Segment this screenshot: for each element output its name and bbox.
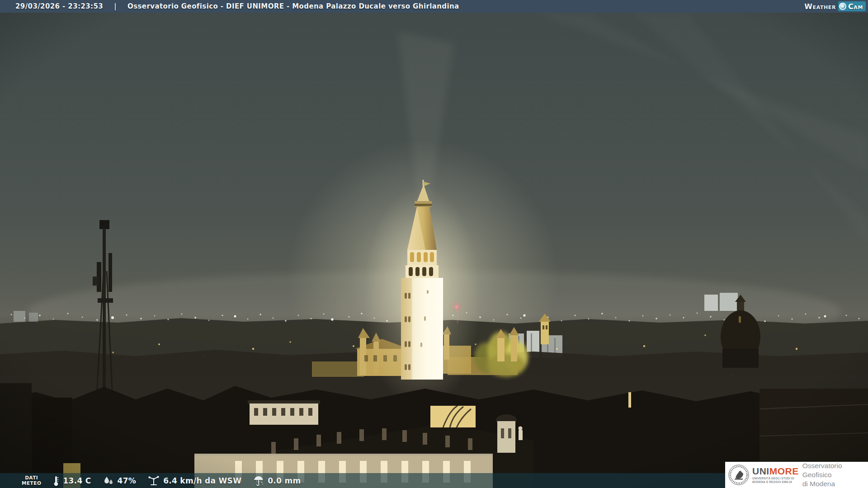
camera-lens-icon [839,3,846,10]
webcam-page: 29/03/2026 - 23:23:53 | Osservatorio Geo… [0,0,868,488]
weathercam-cam-text: Cam [848,2,863,11]
weathercam-cam-box: Cam [838,1,866,11]
wind-icon [148,475,160,486]
humidity-item: 47% [103,476,137,486]
thermometer-icon [53,475,59,486]
rain-value: 0.0 mm [268,476,301,485]
datetime-label: 29/03/2026 - 23:23:53 [15,2,103,10]
humidity-icon [103,476,114,486]
temperature-value: 13.4 C [63,476,91,485]
unimore-wordmark: UNIMORE [752,466,799,476]
unimore-logo-block: UNIMORE UNIVERSITÀ DEGLI STUDI DI MODENA… [752,466,799,484]
rain-icon [253,475,264,486]
weathercam-weather-text: Weather [804,2,836,11]
humidity-value: 47% [118,476,137,485]
top-bar: 29/03/2026 - 23:23:53 | Osservatorio Geo… [0,0,868,13]
wind-item: 6.4 km/h da WSW [148,475,241,486]
temperature-item: 13.4 C [53,475,91,486]
university-subtitle: UNIVERSITÀ DEGLI STUDI DI MODENA E REGGI… [752,477,799,484]
webcam-photo [0,0,868,488]
separator: | [114,2,117,10]
dati-meteo-label: DATI METEO [22,475,41,486]
observatory-name: Osservatorio Geofisico di Modena [802,461,868,488]
page-title: Osservatorio Geofisico - DIEF UNIMORE - … [127,2,459,10]
wind-value: 6.4 km/h da WSW [163,476,241,485]
unimore-brand-box: UNIMORE UNIVERSITÀ DEGLI STUDI DI MODENA… [725,462,868,488]
weathercam-logo: Weather Cam [804,1,866,11]
rain-item: 0.0 mm [253,475,301,486]
unimore-seal-icon [728,465,749,485]
